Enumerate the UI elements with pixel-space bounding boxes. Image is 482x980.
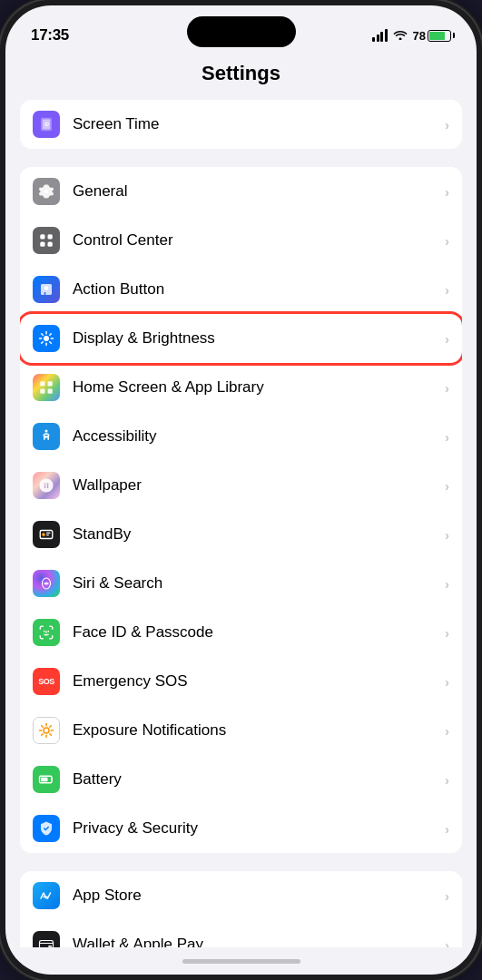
phone-frame: 17:35 78 <box>0 0 482 980</box>
accessibility-chevron: › <box>445 429 449 445</box>
signal-bar-3 <box>380 32 383 42</box>
status-bar: 17:35 78 <box>5 5 477 53</box>
app-store-label: App Store <box>73 887 445 905</box>
settings-group-apps: App Store › Wallet & Apple Pay › <box>20 871 462 947</box>
settings-item-display-brightness[interactable]: Display & Brightness › <box>20 314 462 363</box>
battery-label: Battery <box>73 770 445 789</box>
home-screen-label: Home Screen & App Library <box>73 378 445 397</box>
exposure-chevron: › <box>445 723 449 739</box>
svg-line-35 <box>50 734 52 736</box>
svg-point-29 <box>44 728 49 733</box>
wallpaper-chevron: › <box>445 478 449 494</box>
dynamic-island <box>187 16 296 47</box>
settings-item-standby[interactable]: StandBy › <box>20 510 462 559</box>
settings-item-exposure[interactable]: Exposure Notifications › <box>20 706 462 755</box>
home-screen-icon <box>33 374 60 401</box>
wallet-chevron: › <box>445 937 449 948</box>
wallpaper-icon <box>33 472 60 499</box>
battery-settings-icon <box>33 766 60 793</box>
battery-fill <box>429 32 445 40</box>
svg-rect-5 <box>48 234 53 239</box>
signal-bars-icon <box>372 29 388 42</box>
settings-item-siri[interactable]: Siri & Search › <box>20 559 462 608</box>
standby-icon <box>33 521 60 548</box>
svg-rect-4 <box>40 234 44 239</box>
battery-percentage: 78 <box>413 29 426 43</box>
home-screen-chevron: › <box>445 380 449 396</box>
settings-item-action-button[interactable]: Action Button › <box>20 265 462 314</box>
svg-point-9 <box>44 336 49 341</box>
display-brightness-icon <box>33 325 60 352</box>
settings-group-screen-time: ⏱ Screen Time › <box>20 100 462 149</box>
settings-item-wallpaper[interactable]: Wallpaper › <box>20 461 462 510</box>
settings-item-battery[interactable]: Battery › <box>20 755 462 804</box>
general-label: General <box>73 182 445 201</box>
emergency-sos-label: Emergency SOS <box>73 672 445 691</box>
control-center-icon <box>33 227 60 254</box>
exposure-label: Exposure Notifications <box>73 721 445 740</box>
emergency-sos-icon: SOS <box>33 668 60 695</box>
privacy-security-chevron: › <box>445 821 449 837</box>
svg-rect-6 <box>40 242 44 247</box>
face-id-icon <box>33 619 60 646</box>
svg-line-34 <box>42 726 44 728</box>
status-icons: 78 <box>372 28 451 43</box>
svg-line-37 <box>42 734 44 736</box>
settings-item-app-store[interactable]: App Store › <box>20 871 462 920</box>
settings-group-system: General › Control Center › <box>20 167 462 853</box>
svg-line-14 <box>42 334 44 336</box>
svg-rect-20 <box>40 389 44 394</box>
svg-point-23 <box>45 430 47 432</box>
app-store-icon <box>33 882 60 909</box>
app-store-chevron: › <box>445 888 449 904</box>
settings-item-accessibility[interactable]: Accessibility › <box>20 412 462 461</box>
settings-item-face-id[interactable]: Face ID & Passcode › <box>20 608 462 657</box>
content-area: Settings ⏱ Screen Time › <box>5 53 477 947</box>
battery-status: 78 <box>413 29 451 43</box>
action-button-icon <box>33 276 60 303</box>
display-brightness-label: Display & Brightness <box>73 329 445 348</box>
svg-rect-39 <box>41 778 48 782</box>
settings-item-privacy-security[interactable]: Privacy & Security › <box>20 804 462 853</box>
signal-bar-1 <box>372 37 375 42</box>
emergency-sos-chevron: › <box>445 674 449 690</box>
settings-item-control-center[interactable]: Control Center › <box>20 216 462 265</box>
action-button-label: Action Button <box>73 280 445 299</box>
settings-item-emergency-sos[interactable]: SOS Emergency SOS › <box>20 657 462 706</box>
control-center-label: Control Center <box>73 231 445 250</box>
siri-label: Siri & Search <box>73 574 445 593</box>
wallpaper-label: Wallpaper <box>73 476 445 495</box>
face-id-label: Face ID & Passcode <box>73 623 445 642</box>
settings-item-general[interactable]: General › <box>20 167 462 216</box>
svg-point-25 <box>42 533 45 536</box>
action-button-chevron: › <box>445 282 449 298</box>
status-time: 17:35 <box>31 26 69 44</box>
svg-text:⏱: ⏱ <box>44 122 49 127</box>
settings-item-screen-time[interactable]: ⏱ Screen Time › <box>20 100 462 149</box>
svg-rect-21 <box>48 389 53 394</box>
screen-time-label: Screen Time <box>73 115 445 133</box>
svg-rect-26 <box>46 533 51 534</box>
wallet-label: Wallet & Apple Pay <box>73 936 445 947</box>
general-chevron: › <box>445 184 449 200</box>
page-title: Settings <box>5 53 477 100</box>
settings-item-wallet[interactable]: Wallet & Apple Pay › <box>20 920 462 947</box>
svg-rect-18 <box>40 381 44 386</box>
svg-rect-41 <box>48 946 52 947</box>
standby-chevron: › <box>445 527 449 543</box>
svg-point-8 <box>44 286 49 290</box>
phone-screen: 17:35 78 <box>5 5 477 975</box>
privacy-security-label: Privacy & Security <box>73 819 445 838</box>
accessibility-label: Accessibility <box>73 427 445 446</box>
settings-item-home-screen[interactable]: Home Screen & App Library › <box>20 363 462 412</box>
signal-bar-4 <box>385 29 388 42</box>
display-brightness-chevron: › <box>445 331 449 347</box>
battery-chevron: › <box>445 772 449 788</box>
svg-rect-27 <box>46 534 49 535</box>
home-indicator <box>5 947 477 975</box>
siri-chevron: › <box>445 576 449 592</box>
home-bar <box>182 959 300 964</box>
general-icon <box>33 178 60 205</box>
svg-line-36 <box>50 726 52 728</box>
standby-label: StandBy <box>73 525 445 544</box>
